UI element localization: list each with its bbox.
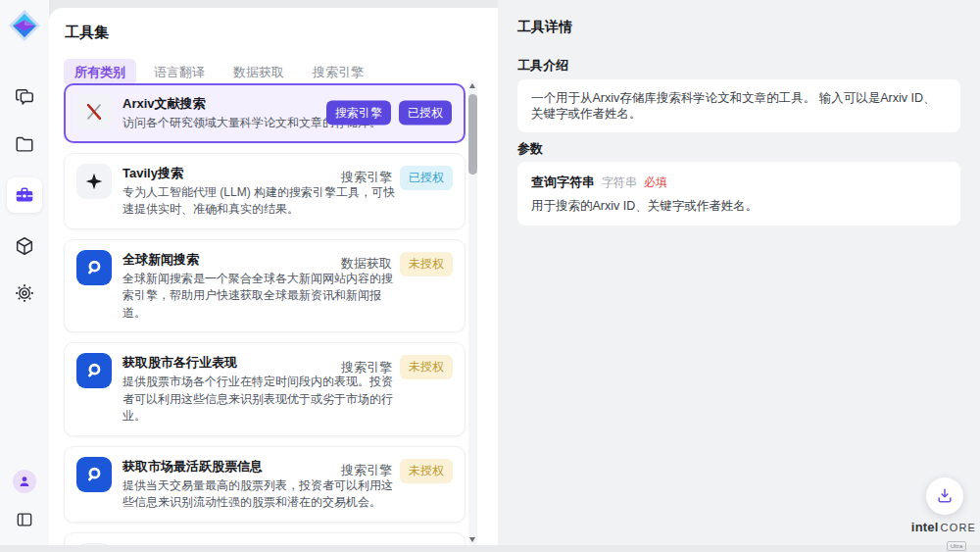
tool-list: Arxiv文献搜索 访问各个研究领域大量科学论文和文章的存储库。 搜索引擎 已授… <box>64 83 466 545</box>
auth-status-badge: 已授权 <box>399 101 452 125</box>
category-tab-2[interactable]: 数据获取 <box>222 59 295 86</box>
sidebar-nav <box>7 83 42 307</box>
qsearch-icon <box>76 250 112 285</box>
parameter-card: 查询字符串 字符串 必填 用于搜索的Arxiv ID、关键字或作者姓名。 <box>517 162 960 226</box>
auth-status-badge: 未授权 <box>400 252 453 276</box>
toolbox-icon <box>14 184 35 206</box>
sidebar-item-files[interactable] <box>11 130 38 158</box>
tool-list-item[interactable]: 全球新闻搜索 全球新闻搜索是一个聚合全球各大新闻网站内容的搜索引擎，帮助用户快速… <box>64 239 466 333</box>
tool-badges: 搜索引擎 未授权 <box>341 355 453 379</box>
tool-badges: 搜索引擎 未授权 <box>341 459 453 483</box>
category-badge: 搜索引擎 <box>341 359 392 376</box>
download-button[interactable] <box>926 477 963 515</box>
category-badge: 搜索引擎 <box>326 101 391 125</box>
sidebar-item-toolbox[interactable] <box>7 177 42 213</box>
sidebar-item-packages[interactable] <box>11 232 38 260</box>
auth-status-badge: 未授权 <box>400 459 453 483</box>
vertical-scrollbar[interactable] <box>468 80 477 545</box>
category-tab-3[interactable]: 搜索引擎 <box>302 59 374 86</box>
tab-label: 数据获取 <box>233 65 284 79</box>
tool-list-item[interactable]: Arxiv文献搜索 访问各个研究领域大量科学论文和文章的存储库。 搜索引擎 已授… <box>64 83 466 143</box>
collapse-sidebar-button[interactable] <box>11 506 38 533</box>
tool-list-item[interactable]: 万维地区新闻查询 查询具体行政区划内的新闻，快速了解各地新闻动 搜索引擎 未授权 <box>64 532 466 546</box>
intro-heading: 工具介绍 <box>517 57 568 75</box>
sidebar-item-settings[interactable] <box>11 279 38 307</box>
category-tab-0[interactable]: 所有类别 <box>64 59 136 86</box>
qsearch-icon <box>76 457 112 492</box>
tab-label: 所有类别 <box>74 65 125 79</box>
intel-logo-text: intel <box>911 520 939 534</box>
tool-badges: 搜索引擎 未授权 <box>341 545 453 546</box>
scroll-down-arrow-icon[interactable] <box>469 537 475 542</box>
tool-description: 提供股票市场各个行业在特定时间段内的表现。投资者可以利用这些信息来识别表现优于或… <box>122 374 399 426</box>
download-icon <box>935 486 955 506</box>
core-logo-text: core <box>941 522 977 533</box>
auth-status-badge: 未授权 <box>400 355 453 379</box>
user-avatar[interactable] <box>13 470 36 493</box>
category-tab-1[interactable]: 语言翻译 <box>143 59 216 86</box>
params-heading: 参数 <box>517 140 543 158</box>
ultra-badge: Ultra <box>947 541 967 551</box>
parameter-required-badge: 必填 <box>644 175 667 191</box>
tool-detail-panel: 工具详情 工具介绍 一个用于从Arxiv存储库搜索科学论文和文章的工具。 输入可… <box>498 0 980 545</box>
scroll-up-arrow-icon[interactable] <box>469 83 475 88</box>
folder-icon <box>14 133 35 155</box>
tool-list-panel: 工具集 所有类别 语言翻译 数据获取 搜索引擎 Arxiv文献搜索 访问各个研究… <box>49 8 498 545</box>
intro-card: 一个用于从Arxiv存储库搜索科学论文和文章的工具。 输入可以是Arxiv ID… <box>517 79 960 132</box>
parameter-name: 查询字符串 <box>531 174 595 191</box>
tab-label: 搜索引擎 <box>313 65 364 79</box>
page-title: 工具集 <box>65 24 109 42</box>
auth-status-badge: 未授权 <box>400 545 453 546</box>
tab-label: 语言翻译 <box>154 65 205 79</box>
category-badge: 数据获取 <box>341 255 392 273</box>
left-sidebar <box>0 0 49 545</box>
category-tabs: 所有类别 语言翻译 数据获取 搜索引擎 <box>64 59 374 86</box>
panel-toggle-icon <box>15 510 34 529</box>
intel-core-logo: intel core Ultra <box>913 520 974 552</box>
category-badge: 搜索引擎 <box>341 462 392 479</box>
tool-list-item[interactable]: 获取股市各行业表现 提供股票市场各个行业在特定时间段内的表现。投资者可以利用这些… <box>64 342 466 436</box>
user-avatar-icon <box>17 474 32 489</box>
scrollbar-thumb[interactable] <box>468 94 477 175</box>
cube-icon <box>14 235 35 257</box>
settings-gear-icon <box>14 282 35 304</box>
parameter-type: 字符串 <box>602 175 637 191</box>
tool-badges: 搜索引擎 已授权 <box>326 101 452 125</box>
tool-badges: 搜索引擎 已授权 <box>341 166 453 190</box>
arxiv-icon <box>76 94 112 129</box>
sidebar-item-chat[interactable] <box>11 83 38 111</box>
app-window: 工具集 所有类别 语言翻译 数据获取 搜索引擎 Arxiv文献搜索 访问各个研究… <box>0 0 980 552</box>
qsearch-icon <box>76 353 112 388</box>
detail-title: 工具详情 <box>517 19 572 36</box>
tool-list-item[interactable]: 获取市场最活跃股票信息 提供当天交易量最高的股票列表，投资者可以利用这些信息来识… <box>64 446 466 523</box>
news-icon <box>76 543 112 546</box>
tool-badges: 数据获取 未授权 <box>341 252 453 276</box>
category-badge: 搜索引擎 <box>341 169 392 186</box>
tool-list-item[interactable]: Tavily搜索 专为人工智能代理 (LLM) 构建的搜索引擎工具，可快速提供实… <box>64 153 466 229</box>
tool-description: 全球新闻搜索是一个聚合全球各大新闻网站内容的搜索引擎，帮助用户快速获取全球最新资… <box>122 271 399 323</box>
app-logo-icon <box>8 9 41 42</box>
star-icon <box>76 164 112 199</box>
chat-icon <box>14 86 35 108</box>
parameter-description: 用于搜索的Arxiv ID、关键字或作者姓名。 <box>531 198 947 214</box>
auth-status-badge: 已授权 <box>400 166 453 190</box>
sidebar-bottom <box>11 470 38 545</box>
